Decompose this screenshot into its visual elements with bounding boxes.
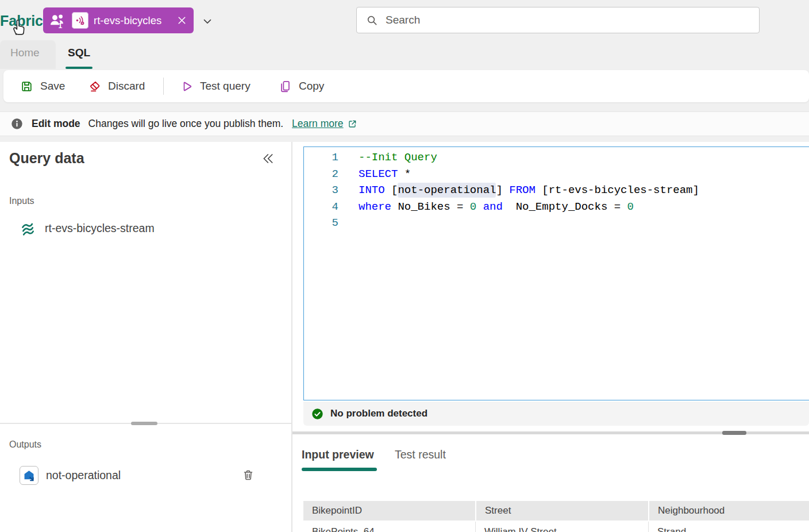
table-header-row: BikepointID Street Neighbourhood [303,501,809,521]
highlighted-word: not-operational [398,184,496,196]
chevron-down-icon[interactable] [201,15,214,28]
bottom-panel-resize-handle[interactable] [722,431,746,435]
save-button[interactable]: Save [20,70,65,102]
status-message: No problem detected [330,408,427,419]
tab-sql[interactable]: SQL [68,47,90,59]
outputs-section-label: Outputs [9,440,41,450]
copy-icon [278,79,292,94]
line-number: 3 [304,182,338,199]
inputs-section-label: Inputs [9,196,34,206]
save-button-label: Save [40,80,65,92]
code-line: 5 [304,215,809,232]
table-cell: BikePoints_64 [303,522,475,532]
input-preview-table: BikepointID Street Neighbourhood BikePoi… [303,501,809,532]
mouse-cursor-icon [9,16,28,36]
tab-input-preview[interactable]: Input preview [302,448,374,461]
workspace-pill-label: rt-evs-bicycles [94,14,171,27]
workspace-people-icon: 1 [48,12,67,29]
line-number: 5 [304,215,338,232]
learn-more-link[interactable]: Learn more [292,118,344,130]
check-circle-icon [311,407,324,421]
test-query-button[interactable]: Test query [179,70,251,102]
panel-vertical-divider [291,142,292,532]
tab-test-result[interactable]: Test result [395,448,446,461]
input-item-stream[interactable]: rt-evs-bicycles-stream [0,215,291,241]
left-panel-resize-handle[interactable] [131,422,157,425]
tab-home[interactable]: Home [10,47,40,59]
toolbar-divider [163,78,164,95]
table-row: BikePoints_64 William IV Street Strand [303,521,809,532]
external-link-icon [346,118,358,130]
line-number: 2 [304,166,338,183]
code-line: 1 --Init Query [304,149,809,166]
table-cell: William IV Street [475,522,648,532]
save-icon [20,79,34,94]
copy-button[interactable]: Copy [278,70,324,102]
editor-status-bar: No problem detected [303,402,809,426]
code-line: 2 SELECT * [304,166,809,183]
banner-title: Edit mode [32,118,80,130]
line-number: 4 [304,199,338,215]
toolbar: Save Discard Test query Copy [3,70,809,102]
test-query-button-label: Test query [200,80,251,92]
query-data-title: Query data [9,150,84,167]
copy-button-label: Copy [299,80,324,92]
delete-output-icon[interactable] [241,468,255,482]
discard-button[interactable]: Discard [87,70,145,102]
column-header[interactable]: BikepointID [303,501,475,521]
sql-editor[interactable]: 1 --Init Query 2 SELECT * 3 INTO [not-op… [303,147,809,400]
workspace-pill[interactable]: 1 rt-evs-bicycles [43,7,194,33]
edit-mode-banner: Edit mode Changes will go live once you … [0,111,809,136]
code-line: 4 where No_Bikes = 0 and No_Empty_Docks … [304,199,809,215]
discard-eraser-icon [87,79,102,94]
play-icon [179,79,194,94]
eventstream-item-icon [72,12,88,29]
table-cell: Strand [648,522,809,532]
tab-input-preview-active-indicator [302,468,377,471]
tab-sql-active-indicator [66,67,93,69]
search-icon [365,14,379,27]
close-icon[interactable] [176,14,188,26]
info-icon [10,117,24,130]
discard-button-label: Discard [108,80,145,92]
search-input[interactable]: Search [356,7,760,33]
input-item-name: rt-evs-bicycles-stream [45,222,155,235]
code-line: 3 INTO [not-operational] FROM [rt-evs-bi… [304,182,809,199]
collapse-panel-icon[interactable] [260,151,276,167]
banner-message: Changes will go live once you publish th… [88,118,284,130]
output-item-name: not-operational [46,469,121,482]
line-number: 1 [304,149,338,166]
search-placeholder: Search [386,14,420,26]
column-header[interactable]: Street [475,501,648,521]
stream-icon [20,219,37,237]
lakehouse-icon [20,466,38,485]
column-header[interactable]: Neighbourhood [648,501,809,521]
svg-text:1: 1 [59,21,63,29]
